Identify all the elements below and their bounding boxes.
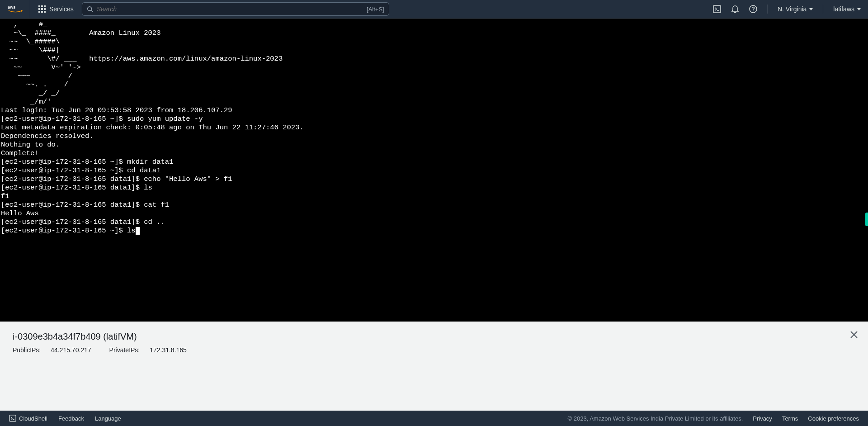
region-selector[interactable]: N. Virginia: [778, 5, 813, 13]
public-ip: PublicIPs: 44.215.70.217: [13, 346, 99, 354]
instance-title: i-0309e3b4a34f7b409 (latifVM): [13, 331, 855, 342]
footer-left: CloudShell Feedback Language: [9, 415, 121, 422]
cloudshell-icon[interactable]: [713, 5, 721, 13]
svg-point-1: [87, 7, 91, 11]
cloudshell-label: CloudShell: [19, 415, 47, 422]
topnav-right: N. Virginia latifaws: [713, 5, 861, 14]
cookies-link[interactable]: Cookie preferences: [808, 415, 859, 422]
close-icon: [850, 331, 858, 339]
divider: [767, 5, 768, 14]
terms-link[interactable]: Terms: [782, 415, 798, 422]
cloudshell-icon: [9, 415, 16, 422]
chevron-down-icon: [809, 8, 813, 10]
account-selector[interactable]: latifaws: [833, 5, 861, 13]
divider: [823, 5, 823, 14]
privacy-link[interactable]: Privacy: [753, 415, 772, 422]
private-ip: PrivateIPs: 172.31.8.165: [109, 346, 195, 354]
notifications-icon[interactable]: [731, 5, 739, 13]
feedback-link[interactable]: Feedback: [58, 415, 84, 422]
grid-icon: [38, 5, 46, 13]
svg-text:aws: aws: [8, 5, 15, 9]
chevron-down-icon: [857, 8, 861, 10]
instance-ips: PublicIPs: 44.215.70.217 PrivateIPs: 172…: [13, 346, 855, 354]
instance-info-panel: i-0309e3b4a34f7b409 (latifVM) PublicIPs:…: [0, 322, 868, 412]
terminal-cursor: [136, 227, 140, 235]
close-button[interactable]: [850, 330, 858, 341]
search-shortcut: [Alt+S]: [367, 6, 384, 13]
services-label: Services: [49, 5, 74, 13]
region-label: N. Virginia: [778, 5, 807, 13]
account-label: latifaws: [833, 5, 854, 13]
aws-logo[interactable]: aws: [7, 0, 30, 18]
terminal-output[interactable]: , #_ ~\_ ####_ Amazon Linux 2023 ~~ \_##…: [0, 19, 868, 322]
svg-line-2: [91, 10, 93, 12]
top-nav: aws Services [Alt+S] N. Virginia: [0, 0, 868, 19]
cloudshell-button[interactable]: CloudShell: [9, 415, 47, 422]
footer-right: © 2023, Amazon Web Services India Privat…: [568, 415, 859, 422]
svg-point-5: [753, 10, 754, 11]
scroll-accent: [865, 213, 868, 226]
footer: CloudShell Feedback Language © 2023, Ama…: [0, 411, 868, 426]
help-icon[interactable]: [749, 5, 757, 13]
search-icon: [87, 6, 93, 12]
aws-logo-icon: aws: [7, 5, 24, 14]
copyright-text: © 2023, Amazon Web Services India Privat…: [568, 415, 743, 422]
search-box[interactable]: [Alt+S]: [82, 2, 389, 16]
language-link[interactable]: Language: [95, 415, 121, 422]
services-button[interactable]: Services: [36, 5, 76, 13]
terminal-text: , #_ ~\_ ####_ Amazon Linux 2023 ~~ \_##…: [1, 20, 304, 235]
search-input[interactable]: [97, 5, 367, 13]
